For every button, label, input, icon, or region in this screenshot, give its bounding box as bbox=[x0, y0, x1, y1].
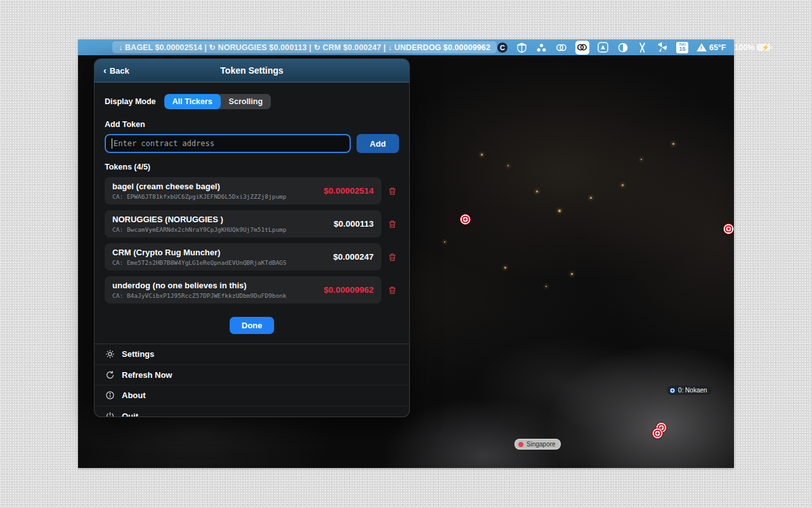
add-button[interactable]: Add bbox=[357, 134, 399, 153]
city-light-dot bbox=[481, 154, 483, 156]
city-light-dot bbox=[536, 190, 538, 192]
contrast-icon[interactable] bbox=[617, 42, 629, 53]
menu-item-settings[interactable]: Settings bbox=[95, 344, 409, 365]
linked-rings-icon[interactable] bbox=[556, 42, 567, 53]
token-row: underdog (no one believes in this) CA: B… bbox=[105, 276, 399, 304]
token-price: $0.00009962 bbox=[324, 285, 374, 295]
target-marker bbox=[652, 428, 663, 439]
triangle-app-icon[interactable] bbox=[598, 42, 609, 53]
tokens-count-label: Tokens (4/5) bbox=[105, 163, 399, 171]
ticker-menu-extra[interactable]: ↓ BAGEL $0.00002514 | ↻ NORUGGIES $0.000… bbox=[112, 41, 497, 53]
page-title: Token Settings bbox=[95, 65, 409, 76]
done-button[interactable]: Done bbox=[230, 317, 275, 334]
tools-icon[interactable] bbox=[637, 42, 648, 53]
add-token-label: Add Token bbox=[105, 120, 399, 129]
city-light-dot bbox=[622, 184, 624, 186]
map-label-text: Singapore bbox=[527, 441, 556, 448]
refresh-icon bbox=[105, 370, 115, 380]
menu-bar: ↓ BAGEL $0.00002514 | ↻ NORUGGIES $0.000… bbox=[78, 39, 734, 55]
trash-icon bbox=[388, 285, 397, 295]
chevron-left-icon: ‹ bbox=[103, 65, 107, 76]
delete-token-button[interactable] bbox=[385, 217, 399, 232]
city-light-dot bbox=[672, 143, 674, 145]
token-contract-address: CA: BwcamVymEARNdx2chNraY9CpJgKHUQk9Uj7m… bbox=[112, 226, 287, 233]
segment-scrolling[interactable]: Scrolling bbox=[221, 94, 271, 109]
trash-icon bbox=[388, 252, 397, 262]
gear-icon bbox=[105, 349, 115, 359]
token-name: bagel (cream cheese bagel) bbox=[112, 182, 287, 192]
input-placeholder: Enter contract address bbox=[114, 139, 214, 148]
screenshot-area: ↓ BAGEL $0.00002514 | ↻ NORUGGIES $0.000… bbox=[78, 39, 734, 468]
power-icon bbox=[105, 411, 115, 417]
delete-token-button[interactable] bbox=[385, 184, 399, 199]
battery-charging-icon: ⚡ bbox=[757, 44, 770, 51]
storm-target-marker[interactable] bbox=[652, 422, 671, 441]
red-dot-icon bbox=[518, 442, 523, 447]
token-info: underdog (no one believes in this) CA: B… bbox=[112, 281, 287, 299]
done-row: Done bbox=[105, 317, 399, 334]
token-card: NORUGGIES (NORUGGIES ) CA: BwcamVymEARNd… bbox=[105, 210, 381, 237]
token-name: underdog (no one believes in this) bbox=[112, 281, 287, 291]
menu-item-about[interactable]: About bbox=[95, 385, 409, 406]
menu-item-label: Settings bbox=[122, 349, 154, 359]
city-light-dot bbox=[590, 197, 592, 199]
add-token-row: Enter contract address Add bbox=[105, 134, 399, 153]
display-mode-row: Display Mode All Tickers Scrolling bbox=[105, 94, 399, 109]
display-mode-segmented-control: All Tickers Scrolling bbox=[164, 94, 272, 109]
menu-item-refresh-now[interactable]: Refresh Now bbox=[95, 365, 409, 386]
token-price: $0.000113 bbox=[334, 219, 374, 229]
token-row: NORUGGIES (NORUGGIES ) CA: BwcamVymEARNd… bbox=[105, 210, 399, 237]
display-mode-label: Display Mode bbox=[105, 97, 156, 106]
token-settings-panel: ‹ Back Token Settings Display Mode All T… bbox=[94, 58, 410, 417]
token-row: bagel (cream cheese bagel) CA: EPWA6JT81… bbox=[105, 177, 399, 204]
battery-percent-text: 100% bbox=[734, 43, 754, 52]
token-card: underdog (no one believes in this) CA: B… bbox=[105, 276, 381, 304]
token-info: bagel (cream cheese bagel) CA: EPWA6JT81… bbox=[112, 182, 287, 200]
status-icon-cluster: C bbox=[497, 41, 771, 55]
token-info: CRM (Crypto Rug Muncher) CA: Eme5T2s2HB7… bbox=[112, 248, 287, 266]
dots-cluster-icon[interactable] bbox=[536, 42, 547, 53]
city-light-dot bbox=[546, 286, 547, 287]
city-light-dot bbox=[508, 165, 509, 166]
weather-status[interactable]: ! 65°F bbox=[697, 43, 726, 52]
menu-item-label: About bbox=[122, 391, 146, 400]
token-info: NORUGGIES (NORUGGIES ) CA: BwcamVymEARNd… bbox=[112, 215, 287, 233]
back-button[interactable]: ‹ Back bbox=[103, 65, 129, 76]
token-price: $0.000247 bbox=[333, 252, 374, 262]
text-caret bbox=[112, 138, 112, 149]
active-app-icon[interactable] bbox=[575, 41, 589, 55]
city-light-dot bbox=[558, 210, 561, 212]
map-label-nokaen[interactable]: 0: Nokaen bbox=[667, 385, 712, 395]
map-label-text: 0: Nokaen bbox=[678, 387, 707, 394]
target-marker[interactable] bbox=[460, 214, 471, 225]
c-circle-icon[interactable]: C bbox=[497, 42, 508, 53]
menu-item-quit[interactable]: Quit bbox=[95, 406, 409, 418]
city-light-dot bbox=[571, 273, 573, 275]
warning-icon: ! bbox=[697, 43, 707, 51]
calendar-icon[interactable]: THU 15 bbox=[676, 42, 688, 53]
panel-body: Display Mode All Tickers Scrolling Add T… bbox=[95, 83, 409, 334]
city-light-dot bbox=[641, 159, 642, 160]
delete-token-button[interactable] bbox=[385, 283, 399, 298]
shield-icon[interactable] bbox=[516, 42, 528, 53]
delete-token-button[interactable] bbox=[385, 250, 399, 265]
segment-all-tickers[interactable]: All Tickers bbox=[164, 94, 221, 109]
token-contract-address: CA: EPWA6JT81kfxbUC6ZpgiKJEFND6L5Dxi3jZZ… bbox=[112, 193, 287, 200]
panel-header: ‹ Back Token Settings bbox=[95, 59, 409, 83]
map-label-singapore[interactable]: Singapore bbox=[514, 439, 561, 450]
token-card: bagel (cream cheese bagel) CA: EPWA6JT81… bbox=[105, 177, 381, 204]
token-price: $0.00002514 bbox=[324, 186, 374, 196]
contract-address-input[interactable]: Enter contract address bbox=[105, 134, 351, 153]
token-name: NORUGGIES (NORUGGIES ) bbox=[112, 215, 287, 225]
blue-dot-icon bbox=[670, 388, 675, 393]
token-card: CRM (Crypto Rug Muncher) CA: Eme5T2s2HB7… bbox=[105, 243, 381, 271]
target-marker[interactable] bbox=[723, 224, 734, 234]
trash-icon bbox=[388, 186, 397, 196]
panel-menu: Settings Refresh Now About Quit bbox=[95, 344, 409, 417]
token-contract-address: CA: Eme5T2s2HB7B8W4YgLG1eReQpnadEVUnQBRj… bbox=[112, 259, 287, 266]
back-label: Back bbox=[110, 66, 129, 76]
menu-item-label: Quit bbox=[122, 411, 138, 417]
temperature-text: 65°F bbox=[709, 43, 726, 52]
fan-icon[interactable] bbox=[657, 42, 668, 53]
battery-status[interactable]: 100% ⚡ bbox=[734, 43, 770, 52]
